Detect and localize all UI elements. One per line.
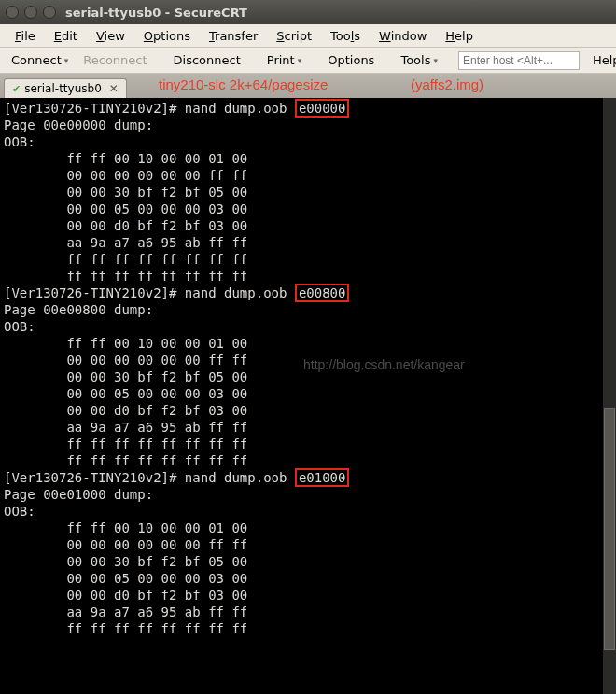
check-icon: ✔ (12, 83, 21, 95)
reconnect-button[interactable]: Reconnect (77, 51, 152, 69)
toolbar: Connect▾ Reconnect Disconnect Print▾ Opt… (0, 48, 616, 74)
highlight-addr-1: e00000 (295, 99, 350, 118)
tools-label: Tools (400, 53, 430, 67)
annotation-yaffs: (yaffs2.img) (411, 76, 483, 92)
menu-edit[interactable]: Edit (45, 26, 87, 46)
minimize-window-button[interactable] (24, 6, 37, 19)
tab-serial[interactable]: ✔ serial-ttyusb0 ✕ (4, 78, 127, 98)
watermark: http://blog.csdn.net/kangear (303, 357, 465, 372)
tabbar: ✔ serial-ttyusb0 ✕ tiny210-slc 2k+64/pag… (0, 74, 616, 98)
highlight-addr-3: e01000 (295, 468, 350, 487)
toolbar-tools-button[interactable]: Tools▾ (395, 51, 443, 69)
menu-options[interactable]: Options (134, 26, 200, 46)
close-tab-icon[interactable]: ✕ (109, 82, 119, 95)
menu-file[interactable]: File (6, 26, 45, 46)
scrollbar-thumb[interactable] (604, 408, 615, 650)
menubar: File Edit View Options Transfer Script T… (0, 24, 616, 48)
terminal-area: [Ver130726-TINY210v2]# nand dump.oob e00… (0, 98, 616, 694)
toolbar-options-button[interactable]: Options (322, 51, 380, 69)
print-label: Print (267, 53, 295, 67)
connect-button[interactable]: Connect▾ (6, 51, 74, 69)
menu-view[interactable]: View (87, 26, 134, 46)
menu-transfer[interactable]: Transfer (200, 26, 267, 46)
annotation-pagesize: tiny210-slc 2k+64/pagesize (159, 76, 328, 92)
host-input[interactable] (458, 51, 580, 70)
caret-icon: ▾ (298, 56, 302, 65)
close-window-button[interactable] (6, 6, 19, 19)
help-button[interactable]: Help (587, 51, 616, 69)
print-button[interactable]: Print▾ (261, 51, 307, 69)
maximize-window-button[interactable] (43, 6, 56, 19)
titlebar: serial-ttyusb0 - SecureCRT (0, 0, 616, 24)
menu-window[interactable]: Window (370, 26, 436, 46)
disconnect-button[interactable]: Disconnect (168, 51, 246, 69)
scrollbar[interactable] (603, 98, 616, 694)
window-title: serial-ttyusb0 - SecureCRT (65, 6, 247, 20)
menu-help[interactable]: Help (436, 26, 483, 46)
tab-label: serial-ttyusb0 (24, 82, 102, 95)
highlight-addr-2: e00800 (295, 284, 350, 302)
menu-script[interactable]: Script (267, 26, 321, 46)
window-buttons (6, 6, 56, 19)
menu-tools[interactable]: Tools (321, 26, 370, 46)
caret-icon: ▾ (433, 56, 438, 65)
connect-label: Connect (11, 53, 62, 67)
caret-icon: ▾ (64, 56, 69, 65)
